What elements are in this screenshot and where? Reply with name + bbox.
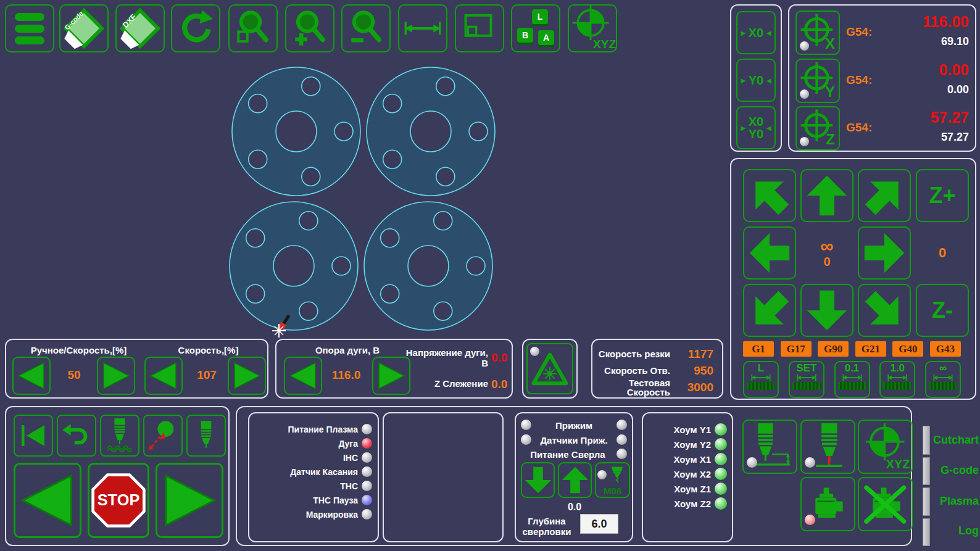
- status-row: Питание Плазма: [249, 422, 378, 436]
- step-set-button[interactable]: SET: [789, 361, 824, 398]
- jog-z-plus-button[interactable]: Z+: [916, 169, 969, 222]
- speed-panel: Ручное/Скорость,[%] Скорость,[%] 50 107: [5, 339, 268, 399]
- drill-panel: Прижим Датчики Приж. Питание Сверла M08: [515, 412, 633, 542]
- zoom-in-button[interactable]: [285, 4, 334, 52]
- refresh-button[interactable]: [171, 4, 220, 52]
- open-gcode-button[interactable]: G-code: [59, 4, 109, 52]
- triangle-left-icon: [16, 360, 47, 391]
- speeds-panel: Скорость резки 1177 Скорость Отв. 950 Те…: [591, 339, 723, 399]
- zoom-out-button[interactable]: [341, 4, 391, 52]
- step-0-1-button[interactable]: 0.1: [834, 361, 870, 398]
- jog-up-left-button[interactable]: [743, 169, 796, 222]
- measure-icon: [883, 373, 911, 382]
- cut-speed-label: Скорость резки: [596, 349, 670, 359]
- xyz-label: XYZ: [886, 457, 910, 471]
- speed-up-button[interactable]: [228, 357, 266, 395]
- speed-down-button[interactable]: [144, 357, 183, 395]
- manual-speed-label: Ручное/Скорость,[%]: [19, 345, 139, 355]
- run-backward-button[interactable]: [14, 463, 81, 538]
- tab-log[interactable]: Log: [927, 524, 979, 537]
- goto-xyz-zero-button[interactable]: XYZ: [858, 420, 913, 474]
- test-speed-value: 3000: [673, 381, 713, 394]
- drill-down-button[interactable]: [521, 462, 555, 498]
- triangle-left-icon: [288, 360, 318, 391]
- open-dxf-button[interactable]: DXF: [115, 4, 165, 52]
- jog-up-button[interactable]: [800, 169, 853, 222]
- status-row: IHC: [249, 450, 378, 465]
- z-tracking-label: Z Слежение: [397, 378, 488, 389]
- jog-up-right-button[interactable]: [858, 169, 911, 222]
- return-button[interactable]: [57, 415, 96, 457]
- set-y0-button[interactable]: ► Y0 ◄: [736, 59, 776, 102]
- plasma-led: [530, 347, 539, 356]
- step-l-button[interactable]: L: [743, 361, 779, 398]
- m08-label: M08: [604, 486, 621, 496]
- plasma-status-panel: Питание Плазма Дуга IHC Датчик Касания T…: [248, 412, 379, 542]
- jog-z-minus-button[interactable]: Z-: [916, 284, 969, 337]
- tab-plasma[interactable]: Plasma: [927, 495, 979, 508]
- torch-height-button[interactable]: [742, 420, 797, 474]
- torch-button[interactable]: [186, 415, 226, 457]
- plasma-start-button[interactable]: [526, 343, 573, 394]
- jog-down-right-button[interactable]: [858, 284, 911, 337]
- y0-label: Y0: [749, 128, 763, 140]
- axis-y-button[interactable]: Y: [795, 59, 840, 103]
- gcode-modes: G1 G17 G90 G21 G40 G43: [743, 341, 961, 357]
- status-led: [362, 481, 372, 491]
- menu-button[interactable]: [5, 4, 54, 52]
- manual-speed-up-button[interactable]: [97, 357, 135, 395]
- status-row: Дуга: [249, 436, 378, 450]
- arc-support-down-button[interactable]: [284, 357, 322, 395]
- work-coordinate: 0.00: [939, 61, 969, 79]
- keyboard-button[interactable]: L B A: [511, 4, 560, 52]
- step-1-0-button[interactable]: 1.0: [879, 361, 915, 398]
- speed-label: Скорость,[%]: [154, 345, 262, 355]
- motor-disable-button[interactable]: [858, 477, 913, 531]
- set-x0-button[interactable]: ► X0 ◄: [736, 11, 776, 54]
- jog-down-left-button[interactable]: [743, 284, 796, 337]
- home-label: Хоум X1: [673, 454, 711, 465]
- z-plus-label: Z+: [929, 183, 955, 209]
- datum-xyz-button[interactable]: XYZ: [568, 4, 617, 52]
- goto-start-button[interactable]: [14, 415, 53, 457]
- ruler-icon: [792, 382, 821, 390]
- tab-cutchart[interactable]: Cutchart: [927, 434, 979, 447]
- coordinates-panel: X G54: 116.00 69.10 Y G54: 0.00 0.00: [788, 4, 976, 152]
- set-xy0-button[interactable]: ► X0 Y0 ◄: [736, 106, 776, 149]
- tab-gcode[interactable]: G-code: [927, 464, 979, 477]
- zoom-window-icon: [233, 8, 273, 49]
- frame-select-button[interactable]: [455, 4, 504, 52]
- torch-touch-button[interactable]: [800, 420, 855, 474]
- work-coordinate: 57.27: [930, 109, 969, 126]
- home-label: Хоум Z2: [674, 499, 711, 509]
- gcode-mode-badge: G90: [818, 341, 849, 357]
- home-label: Хоум X2: [673, 469, 711, 479]
- z-tracking-value: 0.0: [491, 378, 507, 391]
- coolant-m08-button[interactable]: M08: [595, 462, 630, 498]
- run-from-point-button[interactable]: [143, 415, 183, 457]
- step-label: SET: [796, 363, 816, 373]
- infinity-step-label: ∞: [820, 238, 833, 255]
- drill-depth-input[interactable]: [580, 514, 618, 534]
- axis-z-button[interactable]: Z: [795, 106, 840, 151]
- axis-x-button[interactable]: X: [795, 10, 840, 55]
- plasma-button-panel: [522, 339, 578, 399]
- measure-button[interactable]: [398, 4, 447, 52]
- jog-right-button[interactable]: [858, 226, 911, 280]
- status-label: Питание Плазма: [288, 425, 358, 434]
- home-led: [715, 453, 727, 465]
- home-label: Хоум Y2: [673, 439, 711, 450]
- motor-enable-button[interactable]: [800, 477, 855, 531]
- run-forward-button[interactable]: [156, 463, 223, 538]
- manual-speed-down-button[interactable]: [12, 357, 51, 395]
- drill-up-button[interactable]: [558, 462, 592, 498]
- zoom-window-button[interactable]: [228, 4, 278, 52]
- torch-to-material-button[interactable]: [100, 415, 139, 457]
- stop-button[interactable]: STOP: [88, 463, 149, 538]
- jog-down-button[interactable]: [800, 284, 853, 337]
- jog-left-button[interactable]: [743, 226, 796, 280]
- status-led: [362, 509, 372, 520]
- arrow-up-icon: [805, 174, 849, 217]
- step-zero-label: 0: [823, 255, 830, 269]
- step-infinite-button[interactable]: ∞: [925, 361, 961, 398]
